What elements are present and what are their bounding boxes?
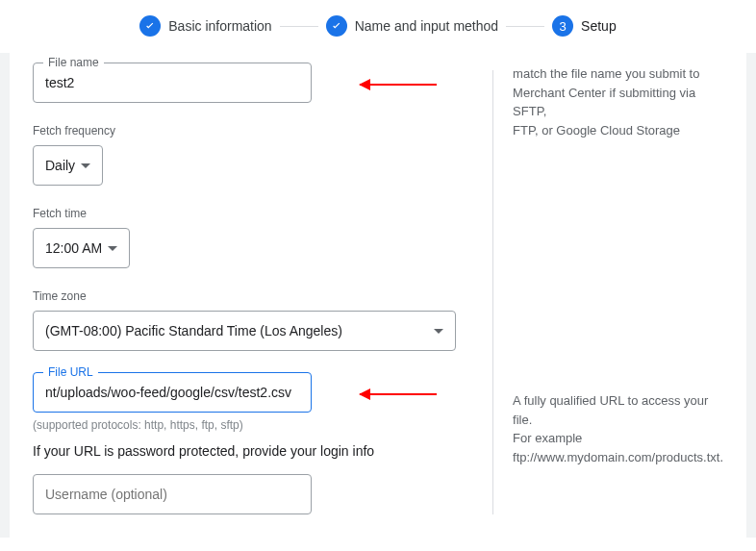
password-note: If your URL is password protected, provi…	[33, 443, 492, 459]
check-icon	[139, 15, 161, 37]
chevron-down-icon	[81, 163, 90, 168]
timezone-value: (GMT-08:00) Pacific Standard Time (Los A…	[45, 323, 342, 338]
step-connector	[506, 26, 544, 27]
fileurl-input[interactable]	[45, 385, 299, 400]
filename-label: File name	[43, 56, 104, 69]
fetch-freq-label: Fetch frequency	[33, 124, 492, 138]
step-label: Basic information	[168, 18, 271, 34]
filename-input[interactable]	[45, 75, 299, 90]
fetch-time-label: Fetch time	[33, 207, 492, 220]
fileurl-label: File URL	[43, 365, 98, 379]
username-input[interactable]	[45, 487, 299, 502]
supported-protocols: (supported protocols: http, https, ftp, …	[33, 418, 492, 432]
step-setup[interactable]: 3 Setup	[552, 15, 617, 37]
filename-help: match the file name you submit to Mercha…	[513, 64, 723, 139]
step-number-icon: 3	[552, 15, 573, 37]
fetch-freq-select[interactable]: Daily	[33, 145, 103, 186]
step-name-input[interactable]: Name and input method	[326, 15, 498, 37]
check-icon	[326, 15, 347, 37]
fileurl-field[interactable]: File URL	[33, 372, 312, 413]
chevron-down-icon	[108, 246, 117, 251]
filename-field[interactable]: File name	[33, 63, 312, 103]
fileurl-help: A fully qualified URL to access your fil…	[513, 391, 723, 466]
timezone-label: Time zone	[33, 289, 492, 303]
step-connector	[280, 26, 318, 27]
chevron-down-icon	[434, 329, 443, 334]
timezone-select[interactable]: (GMT-08:00) Pacific Standard Time (Los A…	[33, 311, 456, 351]
step-basic-info[interactable]: Basic information	[139, 15, 271, 37]
fetch-time-value: 12:00 AM	[45, 240, 102, 256]
fetch-freq-value: Daily	[45, 158, 75, 173]
step-label: Setup	[581, 18, 617, 34]
stepper: Basic information Name and input method …	[0, 0, 756, 53]
arrow-annotation-icon	[360, 84, 437, 86]
step-label: Name and input method	[355, 18, 498, 34]
username-field[interactable]	[33, 474, 312, 514]
fetch-time-select[interactable]: 12:00 AM	[33, 228, 130, 268]
arrow-annotation-icon	[360, 393, 437, 395]
